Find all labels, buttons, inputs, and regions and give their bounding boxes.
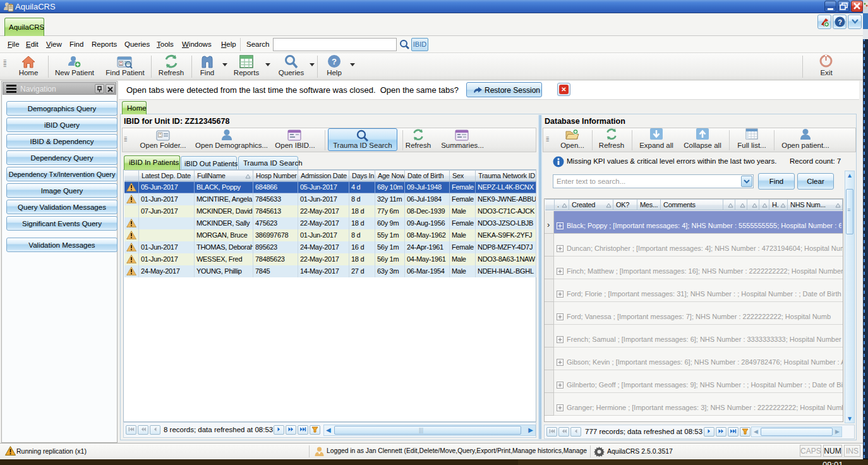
- svg-text:?: ?: [838, 18, 842, 26]
- svg-text:?: ?: [332, 57, 337, 66]
